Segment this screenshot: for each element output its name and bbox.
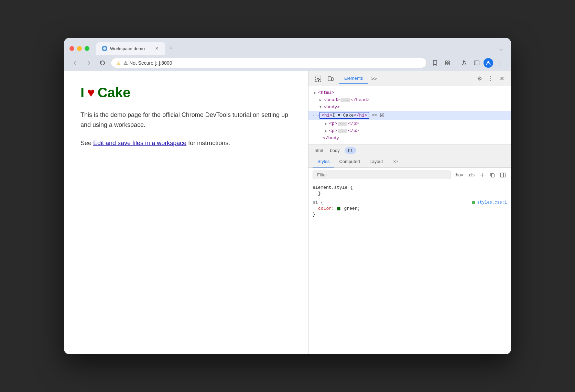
more-icon: ⋮ [488, 75, 493, 82]
class-pseudo-button[interactable]: .cls [467, 172, 476, 178]
title-bar: Workspace demo ✕ + ⌵ [64, 38, 511, 55]
settings-icon: ⚙ [477, 75, 482, 82]
dom-h1-open: <h1> [322, 113, 332, 118]
new-tab-button[interactable]: + [165, 42, 177, 55]
dom-row-p1[interactable]: ▶ <p> ··· </p> [308, 120, 511, 127]
dom-p2-open: <p> [329, 128, 337, 133]
active-tab[interactable]: Workspace demo ✕ [96, 42, 165, 55]
styles-panel: Styles Computed Layout >> :hov .cls [308, 156, 511, 354]
svg-rect-1 [445, 61, 447, 63]
devtools-breadcrumb: html body h1 [308, 145, 511, 156]
inspect-element-button[interactable] [313, 73, 324, 84]
css-h1-color-row: color: green; [313, 206, 507, 211]
profile-button[interactable] [484, 58, 493, 68]
dom-row-html[interactable]: ▶ <html> [308, 89, 511, 96]
dom-body-partial: </body [323, 135, 339, 141]
sub-tab-styles-label: Styles [317, 159, 329, 164]
css-h1-selector-row: h1 { styles.css:1 [313, 200, 507, 205]
tab-list-button[interactable]: ⌵ [497, 43, 506, 55]
dom-toggle-p1[interactable]: ▶ [324, 121, 328, 126]
tab-close-button[interactable]: ✕ [154, 46, 160, 51]
page-heart-emoji: ♥ [87, 85, 95, 100]
dom-head-open: <head> [324, 97, 340, 102]
copy-styles-button[interactable] [488, 172, 497, 178]
devtools-settings-button[interactable]: ⚙ [475, 74, 485, 84]
more-menu-button[interactable]: ⋮ [495, 57, 506, 68]
workspace-link[interactable]: Edit and save files in a workspace [93, 140, 186, 146]
devtools-close-button[interactable]: ✕ [497, 74, 507, 84]
svg-rect-11 [332, 78, 333, 80]
page-body2-prefix: See [80, 140, 93, 146]
dom-toggle-head[interactable]: ▶ [318, 98, 323, 102]
dom-h1-highlighted[interactable]: <h1>I ♥ Cake</h1> [319, 112, 369, 119]
dom-row-body-close[interactable]: </body [308, 134, 511, 142]
svg-rect-4 [448, 63, 449, 65]
dom-head-ellipsis[interactable]: ··· [340, 98, 350, 102]
svg-rect-13 [500, 173, 505, 177]
dom-row-body[interactable]: ▼ <body> [308, 104, 511, 111]
dom-p2-ellipsis[interactable]: ··· [338, 129, 347, 133]
minimize-window-button[interactable] [77, 46, 82, 51]
url-text: [::]:8000 [155, 60, 172, 66]
not-secure-label: ⚠ Not Secure [123, 60, 153, 66]
dom-toggle-body[interactable]: ▼ [318, 105, 323, 110]
sub-tab-computed[interactable]: Computed [334, 156, 365, 167]
lab-button[interactable] [459, 57, 470, 68]
breadcrumb-html[interactable]: html [313, 147, 325, 154]
device-toggle-button[interactable] [325, 73, 336, 84]
close-window-button[interactable] [69, 46, 74, 51]
dom-head-close: </head> [351, 97, 370, 102]
dom-toggle-html[interactable]: ▶ [313, 90, 317, 95]
dom-dollar-zero: == $0 [372, 113, 384, 118]
dom-row-head[interactable]: ▶ <head> ··· </head> [308, 96, 511, 104]
forward-button[interactable] [83, 59, 94, 67]
svg-rect-2 [448, 61, 449, 63]
sub-tab-more[interactable]: >> [388, 156, 402, 167]
tab-bar: Workspace demo ✕ + ⌵ [96, 42, 506, 55]
dom-toggle-p2[interactable]: ▶ [324, 129, 328, 133]
css-rule-element-style: element.style { } [313, 185, 507, 196]
add-style-button[interactable] [478, 172, 486, 178]
close-icon: ✕ [500, 75, 504, 82]
dom-p1-open: <p> [329, 121, 337, 126]
breadcrumb-h1[interactable]: h1 [345, 147, 356, 154]
address-bar[interactable]: ⚠ ⚠ Not Secure [::]:8000 [111, 58, 427, 68]
dom-row-p2[interactable]: ▶ <p> ··· </p> [308, 127, 511, 134]
page-body-paragraph2: See Edit and save files in a workspace f… [80, 138, 292, 148]
css-color-value: green; [344, 206, 360, 211]
devtools-more-button[interactable]: ⋮ [486, 74, 496, 84]
browser-content: I ♥ Cake This is the demo page for the o… [64, 71, 511, 354]
nav-bar: ⚠ ⚠ Not Secure [::]:8000 [64, 55, 511, 71]
back-button[interactable] [69, 59, 80, 67]
css-element-style-close: } [313, 191, 507, 196]
dom-p1-close: </p> [348, 121, 359, 126]
security-warning-icon: ⚠ [117, 61, 121, 66]
sub-tab-layout[interactable]: Layout [365, 156, 388, 167]
tab-elements[interactable]: Elements [339, 74, 368, 84]
window-controls [69, 46, 89, 51]
css-h1-close-brace: } [313, 212, 507, 217]
page-heading-cake: Cake [98, 85, 131, 100]
sub-tab-styles[interactable]: Styles [313, 156, 334, 167]
hover-pseudo-button[interactable]: :hov [453, 172, 465, 178]
breadcrumb-body[interactable]: body [328, 147, 342, 154]
dom-row-h1[interactable]: ··· <h1>I ♥ Cake</h1> == $0 [308, 111, 511, 120]
css-color-swatch[interactable] [337, 207, 340, 210]
page-heading: I ♥ Cake [80, 85, 292, 100]
css-source-link-text: styles.css:1 [477, 200, 507, 205]
styles-filter-input[interactable] [313, 171, 451, 179]
sidebar-styles-button[interactable] [499, 172, 507, 178]
pseudo-buttons: :hov .cls [453, 172, 507, 178]
css-rule-h1: h1 { styles.css:1 color: green; [313, 200, 507, 217]
page-body-paragraph1: This is the demo page for the official C… [80, 110, 292, 130]
devtools-more-tabs-button[interactable]: >> [368, 74, 379, 84]
maximize-window-button[interactable] [85, 46, 89, 51]
browser-window: Workspace demo ✕ + ⌵ ⚠ ⚠ Not Secure [::]… [64, 38, 511, 354]
extensions-button[interactable] [442, 57, 453, 68]
css-source-link[interactable]: styles.css:1 [472, 200, 507, 205]
sidebar-toggle-button[interactable] [471, 57, 482, 68]
dom-p1-ellipsis[interactable]: ··· [338, 122, 347, 126]
css-source-dot [472, 201, 475, 204]
bookmark-button[interactable] [430, 57, 441, 68]
reload-button[interactable] [97, 59, 108, 67]
